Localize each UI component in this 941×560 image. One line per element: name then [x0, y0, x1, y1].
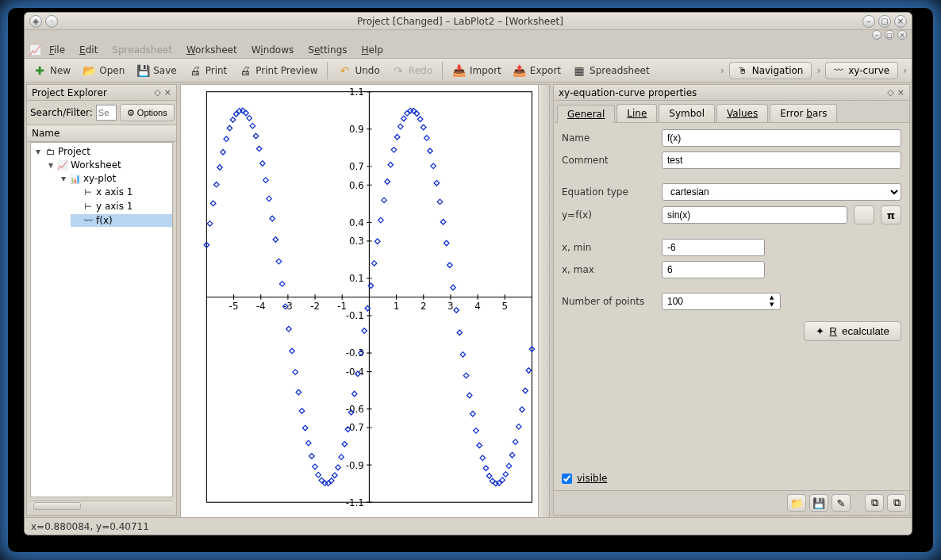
tab-error-bars[interactable]: Error bars — [770, 104, 837, 122]
load-template-button[interactable]: 📁 — [787, 494, 806, 512]
equation-field[interactable] — [662, 206, 847, 224]
app-icon: ◈ — [29, 15, 42, 28]
save-template-button[interactable]: 💾 — [809, 494, 828, 512]
svg-text:-0.4: -0.4 — [346, 366, 364, 378]
plot-svg: -5-4-3-2-112345-1.1-0.9-0.7-0.6-0.4-0.3-… — [181, 85, 549, 517]
svg-text:5: 5 — [501, 301, 508, 312]
redo-button: ↷Redo — [386, 61, 437, 80]
plot-canvas[interactable]: -5-4-3-2-112345-1.1-0.9-0.7-0.6-0.4-0.3-… — [180, 84, 550, 516]
print-preview-button[interactable]: 🖨Print Preview — [233, 61, 322, 80]
minimize-button[interactable]: – — [862, 15, 875, 28]
fx-picker-button[interactable] — [854, 205, 874, 224]
mouse-icon: 🖱 — [738, 65, 747, 76]
breadcrumb-navigation[interactable]: 🖱Navigation — [729, 62, 812, 79]
tab-general[interactable]: General — [557, 105, 615, 123]
tree-item-xyplot[interactable]: xy-plot — [83, 173, 116, 184]
tree-item-worksheet[interactable]: Worksheet — [71, 159, 121, 171]
undo-icon: ↶ — [337, 63, 351, 78]
import-button[interactable]: 📥Import — [447, 61, 506, 80]
print-button[interactable]: 🖨Print — [183, 61, 232, 80]
folder-icon: 🗀 — [44, 146, 56, 157]
npoints-field[interactable] — [662, 293, 781, 310]
tree-item-fx[interactable]: f(x) — [96, 215, 113, 226]
svg-text:-1.1: -1.1 — [346, 497, 364, 508]
comment-field[interactable] — [662, 152, 901, 169]
close-panel-icon[interactable]: × — [897, 87, 905, 98]
menu-edit[interactable]: Edit — [73, 43, 104, 57]
spin-down-icon[interactable]: ▼ — [770, 301, 774, 309]
curve-icon: 〰 — [834, 65, 843, 76]
svg-text:0.1: 0.1 — [349, 273, 364, 284]
svg-text:0.3: 0.3 — [349, 236, 364, 247]
paste-button[interactable]: ⧉ — [887, 494, 906, 512]
options-button[interactable]: ⚙Options — [120, 104, 175, 121]
window-title: Project [Changed] – LabPlot2 – [Workshee… — [61, 16, 859, 27]
spreadsheet-button[interactable]: ▦Spreadsheet — [567, 61, 655, 80]
xmin-field[interactable] — [662, 239, 765, 256]
project-tree[interactable]: ▾🗀Project ▾📈Worksheet ▾📊xy-plot ⊢x axis … — [30, 142, 173, 497]
tree-item-yaxis[interactable]: y axis 1 — [96, 201, 133, 212]
visible-checkbox[interactable] — [562, 474, 572, 484]
mdi-minimize-button[interactable]: – — [872, 30, 881, 40]
breadcrumb-xy-curve[interactable]: 〰xy-curve — [825, 62, 898, 79]
menu-file[interactable]: File — [43, 43, 71, 57]
comment-label: Comment — [562, 155, 655, 166]
svg-text:-0.1: -0.1 — [346, 310, 364, 321]
undock-icon[interactable]: ◇ — [887, 87, 893, 98]
open-icon: 📂 — [82, 63, 96, 78]
open-button[interactable]: 📂Open — [77, 61, 129, 80]
name-field[interactable] — [662, 129, 901, 147]
tab-line[interactable]: Line — [616, 104, 657, 122]
chevron-right-icon[interactable]: › — [815, 65, 822, 76]
menu-help[interactable]: Help — [355, 43, 390, 57]
eqtype-label: Equation type — [562, 186, 655, 198]
hscroll-explorer[interactable] — [30, 501, 173, 512]
menu-windows[interactable]: Windows — [245, 43, 301, 57]
main-window: ◈ · Project [Changed] – LabPlot2 – [Work… — [24, 12, 912, 535]
mdi-close-button[interactable]: × — [897, 30, 907, 40]
visible-label[interactable]: visible — [577, 473, 607, 484]
name-label: Name — [562, 132, 655, 144]
spin-up-icon[interactable]: ▲ — [770, 294, 774, 301]
close-button[interactable]: × — [894, 15, 907, 28]
toolbar: ✚New 📂Open 💾Save 🖨Print 🖨Print Preview ↶… — [25, 59, 912, 82]
svg-text:0.6: 0.6 — [349, 180, 364, 191]
svg-text:2: 2 — [421, 301, 427, 312]
undock-icon[interactable]: ◇ — [154, 87, 160, 98]
property-tabs: General Line Symbol Values Error bars — [554, 101, 909, 123]
undo-button[interactable]: ↶Undo — [332, 61, 384, 80]
tree-item-project[interactable]: Project — [58, 146, 90, 157]
edit-template-button[interactable]: ✎ — [832, 494, 851, 512]
close-panel-icon[interactable]: × — [164, 87, 171, 98]
spreadsheet-icon: ▦ — [572, 63, 586, 78]
mdi-maximize-button[interactable]: ▢ — [885, 30, 894, 40]
export-button[interactable]: 📤Export — [508, 61, 566, 80]
tree-header-name[interactable]: Name — [27, 125, 176, 142]
menu-button[interactable]: · — [45, 15, 58, 28]
menu-spreadsheet: Spreadsheet — [106, 43, 179, 57]
tab-values[interactable]: Values — [716, 104, 768, 122]
tree-item-xaxis[interactable]: x axis 1 — [96, 186, 133, 198]
recalculate-button[interactable]: ✦Recalculate — [804, 321, 901, 341]
import-icon: 📥 — [452, 63, 467, 78]
menu-settings[interactable]: Settings — [302, 43, 353, 57]
logo-icon: 📈 — [29, 44, 41, 56]
save-button[interactable]: 💾Save — [131, 61, 181, 80]
vscroll-plot[interactable] — [538, 85, 549, 517]
svg-text:1.1: 1.1 — [349, 86, 364, 98]
tab-symbol[interactable]: Symbol — [659, 104, 715, 122]
menu-worksheet[interactable]: Worksheet — [180, 43, 244, 57]
properties-footer: 📁 💾 ✎ ⧉ ⧉ — [554, 490, 909, 515]
eqtype-select[interactable]: cartesian — [662, 183, 901, 201]
chevron-right-icon[interactable]: › — [719, 65, 726, 76]
pi-button[interactable]: π — [881, 205, 901, 224]
search-input[interactable] — [96, 105, 117, 121]
properties-panel: xy-equation-curve properties ◇× General … — [553, 84, 910, 516]
plot-icon: 📊 — [70, 173, 81, 184]
new-icon: ✚ — [33, 63, 47, 78]
new-button[interactable]: ✚New — [28, 61, 75, 80]
chevron-right-icon[interactable]: › — [901, 65, 908, 76]
xmax-field[interactable] — [662, 261, 765, 278]
copy-button[interactable]: ⧉ — [865, 494, 884, 512]
maximize-button[interactable]: ▢ — [878, 15, 891, 28]
